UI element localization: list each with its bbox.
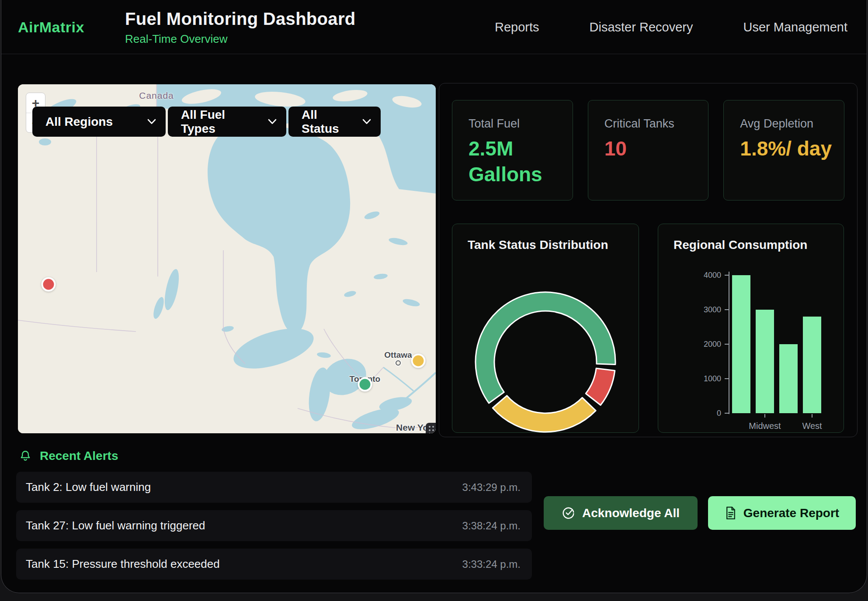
- stat-card-critical-tanks: Critical Tanks10: [588, 100, 709, 200]
- generate-report-button[interactable]: Generate Report: [708, 496, 856, 530]
- stat-value: 1.8%/ day: [740, 136, 832, 162]
- filter-dropdown-all-fuel-types[interactable]: All Fuel Types: [168, 107, 286, 137]
- tank-status-donut-chart: [452, 224, 639, 433]
- generate-report-label: Generate Report: [743, 506, 839, 520]
- title-block: Fuel Monitoring Dashboard Real-Time Over…: [125, 9, 355, 46]
- alert-timestamp: 3:33:24 p.m.: [462, 558, 521, 570]
- city-dot-icon: [396, 360, 401, 366]
- alert-row[interactable]: Tank 2: Low fuel warning3:43:29 p.m.: [16, 472, 532, 503]
- acknowledge-all-label: Acknowledge All: [582, 506, 680, 520]
- dropdown-selected-value: All Fuel Types: [181, 108, 257, 136]
- regional-consumption-bar-chart: 01000200030004000MidwestWest: [658, 224, 844, 433]
- tank-status-card: Tank Status Distribution: [452, 224, 639, 433]
- map-resize-handle[interactable]: [426, 423, 436, 433]
- y-tick-label: 0: [717, 409, 721, 418]
- stat-value: 2.5M Gallons: [469, 136, 560, 187]
- alert-row[interactable]: Tank 27: Low fuel warning triggered3:38:…: [16, 510, 532, 541]
- bar-4[interactable]: [803, 317, 821, 413]
- alert-row[interactable]: Tank 15: Pressure threshold exceeded3:33…: [16, 549, 532, 580]
- document-icon: [725, 506, 736, 520]
- nav-item-user-management[interactable]: User Management: [743, 20, 847, 35]
- y-tick-label: 3000: [704, 305, 721, 314]
- metrics-panel: Total Fuel2.5M GallonsCritical Tanks10Av…: [439, 83, 858, 437]
- chevron-down-icon: [362, 119, 371, 124]
- regional-consumption-card: Regional Consumption 01000200030004000Mi…: [658, 224, 844, 433]
- stat-card-total-fuel: Total Fuel2.5M Gallons: [452, 100, 573, 200]
- x-tick-label: West: [802, 421, 822, 431]
- bar-3[interactable]: [779, 344, 798, 413]
- stat-label: Total Fuel: [469, 117, 573, 131]
- filter-dropdown-all-regions[interactable]: All Regions: [32, 107, 166, 137]
- nav-item-disaster-recovery[interactable]: Disaster Recovery: [590, 20, 693, 35]
- stat-card-avg-depletion: Avg Depletion1.8%/ day: [723, 100, 844, 200]
- acknowledge-all-button[interactable]: Acknowledge All: [544, 496, 698, 530]
- page-subtitle: Real-Time Overview: [125, 32, 355, 46]
- donut-segment-amber-warning[interactable]: [493, 396, 596, 432]
- donut-segment-red-critical[interactable]: [586, 368, 615, 405]
- tank-marker[interactable]: [411, 354, 426, 368]
- donut-chart-title: Tank Status Distribution: [468, 238, 608, 252]
- chevron-down-icon: [268, 119, 277, 124]
- filter-dropdown-all-status[interactable]: All Status: [288, 107, 381, 137]
- main-nav: ReportsDisaster RecoveryUser Management: [495, 0, 847, 54]
- tank-marker[interactable]: [358, 377, 372, 392]
- dropdown-selected-value: All Regions: [45, 115, 137, 129]
- stats-row: Total Fuel2.5M GallonsCritical Tanks10Av…: [452, 100, 844, 200]
- alert-message: Tank 27: Low fuel warning triggered: [26, 519, 462, 532]
- check-circle-icon: [562, 506, 575, 520]
- header: AirMatrix Fuel Monitoring Dashboard Real…: [1, 0, 867, 54]
- alerts-heading-label: Recent Alerts: [40, 449, 118, 463]
- nav-item-reports[interactable]: Reports: [495, 20, 539, 35]
- alert-timestamp: 3:38:24 p.m.: [462, 520, 521, 532]
- tank-marker[interactable]: [42, 277, 56, 292]
- dropdown-selected-value: All Status: [302, 108, 352, 136]
- map-country-label: Canada: [139, 90, 174, 101]
- y-tick-label: 1000: [704, 374, 721, 383]
- y-tick-label: 2000: [704, 340, 721, 349]
- y-tick-label: 4000: [704, 271, 721, 280]
- alert-message: Tank 15: Pressure threshold exceeded: [26, 557, 462, 571]
- alert-timestamp: 3:43:29 p.m.: [462, 481, 521, 494]
- bar-1[interactable]: [732, 275, 750, 413]
- bell-icon: [19, 449, 32, 463]
- chevron-down-icon: [147, 119, 156, 124]
- bar-2[interactable]: [756, 310, 774, 413]
- stat-value: 10: [604, 136, 696, 162]
- stat-label: Critical Tanks: [604, 117, 708, 131]
- fuel-map[interactable]: Canada OttawaTorontoNew York + − All Reg…: [18, 84, 436, 433]
- dashboard-window: AirMatrix Fuel Monitoring Dashboard Real…: [1, 0, 867, 593]
- bar-chart-title: Regional Consumption: [674, 238, 807, 252]
- app-logo: AirMatrix: [18, 0, 84, 54]
- map-filter-bar: All RegionsAll Fuel TypesAll Status: [32, 107, 381, 137]
- x-tick-label: Midwest: [749, 421, 781, 431]
- alerts-heading: Recent Alerts: [19, 449, 118, 463]
- page-title: Fuel Monitoring Dashboard: [125, 9, 355, 29]
- alert-message: Tank 2: Low fuel warning: [26, 480, 462, 494]
- city-label-ottawa: Ottawa: [384, 350, 412, 360]
- stat-label: Avg Depletion: [740, 117, 844, 131]
